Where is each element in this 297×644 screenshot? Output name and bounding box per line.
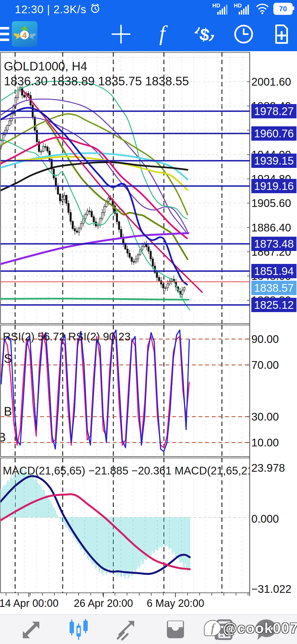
chart-svg[interactable]: 2001.601982.401963.201944.001924.801905.… <box>0 51 297 614</box>
svg-text:S: S <box>4 352 12 365</box>
svg-text:10.00: 10.00 <box>251 436 279 449</box>
nav-charts[interactable] <box>59 615 98 644</box>
nav-quotes[interactable] <box>12 615 50 644</box>
nav-history[interactable] <box>156 615 195 644</box>
time-axis: 14 Apr 00:0026 Apr 20:006 May 20:00 <box>0 593 248 609</box>
price-axis: 2001.601982.401963.201944.001924.801905.… <box>247 76 296 312</box>
signal-icon-1: HD <box>212 2 230 15</box>
mt4-logo[interactable]: 4 <box>12 21 37 47</box>
svg-text:23.978: 23.978 <box>251 462 285 474</box>
svg-text:1873.48: 1873.48 <box>254 238 294 250</box>
svg-text:1825.12: 1825.12 <box>254 299 294 311</box>
crosshair-icon[interactable] <box>111 17 131 51</box>
toolbar: 4 f $ <box>0 17 297 51</box>
svg-text:1978.27: 1978.27 <box>254 105 294 117</box>
svg-text:B: B <box>4 405 12 418</box>
wifi-icon <box>255 2 270 15</box>
chart-area[interactable]: 2001.601982.401963.201944.001924.801905.… <box>0 51 297 614</box>
svg-text:1886.40: 1886.40 <box>251 222 291 234</box>
svg-text:1905.60: 1905.60 <box>251 197 291 209</box>
svg-text:f: f <box>159 22 168 45</box>
status-separator: | <box>47 3 50 16</box>
top-bar: 12:30 | 2.3K/s HD HD <box>0 0 297 51</box>
currency-exchange-icon[interactable]: $ <box>193 17 216 51</box>
nav-news[interactable] <box>204 615 243 644</box>
svg-text:30.00: 30.00 <box>251 411 279 423</box>
status-time: 12:30 <box>15 3 44 16</box>
status-net-speed: 2.3K/s <box>54 3 86 16</box>
chart-symbol-title: GOLD1000, H4 <box>4 59 87 73</box>
nav-messages[interactable] <box>248 615 286 644</box>
svg-text:1838.57: 1838.57 <box>254 282 294 294</box>
chart-ohlc-values: 1836.30 1838.89 1835.75 1838.55 <box>4 74 189 88</box>
svg-text:−31.022: −31.022 <box>251 583 292 595</box>
timeframe-clock-icon[interactable] <box>233 17 255 51</box>
rsi-header: RSI(2) 56.72 RSI(2) 90.23 <box>3 331 131 343</box>
alarm-icon <box>90 3 101 16</box>
menu-icon[interactable] <box>0 17 11 51</box>
svg-text:90.00: 90.00 <box>251 333 279 345</box>
bottom-nav <box>0 614 297 644</box>
svg-text:$: $ <box>198 24 211 45</box>
svg-text:6 May 20:00: 6 May 20:00 <box>147 597 204 609</box>
svg-text:14 Apr 00:00: 14 Apr 00:00 <box>0 597 59 609</box>
svg-text:B: B <box>0 430 6 444</box>
new-order-icon[interactable] <box>271 17 293 51</box>
svg-text:0.000: 0.000 <box>251 513 279 525</box>
indicator-f-icon[interactable]: f <box>152 17 173 51</box>
app-screen: 12:30 | 2.3K/s HD HD <box>0 0 297 644</box>
signal-icon-2: HD <box>234 2 251 15</box>
nav-trade[interactable] <box>107 615 146 644</box>
svg-text:1851.94: 1851.94 <box>254 265 294 277</box>
svg-text:26 Apr 20:00: 26 Apr 20:00 <box>74 597 133 609</box>
svg-text:1939.15: 1939.15 <box>254 155 294 167</box>
svg-text:1960.76: 1960.76 <box>254 127 294 140</box>
svg-text:2001.60: 2001.60 <box>251 76 291 88</box>
svg-text:4: 4 <box>22 31 27 40</box>
svg-text:1919.16: 1919.16 <box>254 180 294 192</box>
macd-header: MACD(21,65,65) −21.885 −20.361 MACD(21,6… <box>3 465 273 477</box>
status-right: HD HD 70 <box>212 2 293 15</box>
status-bar: 12:30 | 2.3K/s HD HD <box>0 0 297 17</box>
status-left: 12:30 | 2.3K/s <box>15 3 101 16</box>
svg-text:70.00: 70.00 <box>251 359 279 371</box>
battery-icon: 70 <box>273 3 293 15</box>
